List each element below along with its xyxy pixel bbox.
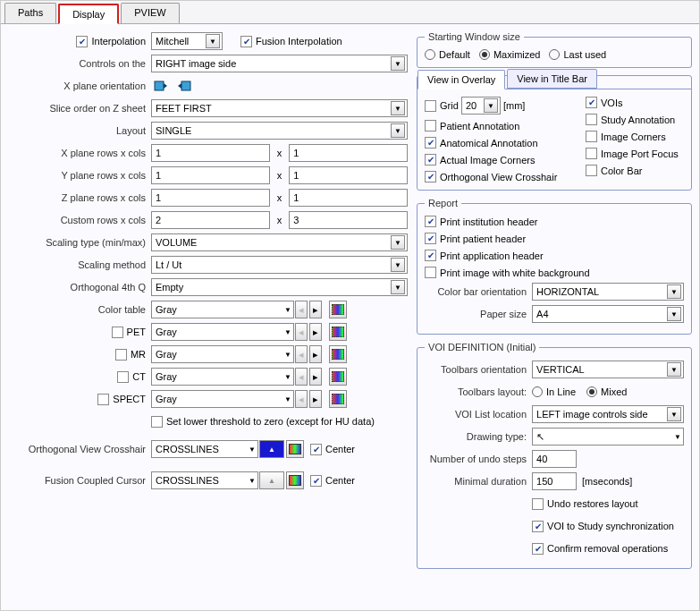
grid-value-select[interactable]: 20▼ xyxy=(461,97,501,115)
controls-on-select[interactable]: RIGHT image side▼ xyxy=(151,55,408,72)
undo-restores-checkbox[interactable] xyxy=(532,498,544,510)
grid-checkbox[interactable] xyxy=(425,100,436,112)
xplane-cols-input[interactable]: 1 xyxy=(289,144,408,162)
spect-prev-button[interactable]: ◂ xyxy=(295,390,308,408)
spect-checkbox[interactable] xyxy=(97,394,109,405)
toolbars-orient-select[interactable]: VERTICAL▼ xyxy=(532,361,684,378)
layout-select[interactable]: SINGLE▼ xyxy=(151,122,408,140)
ct-next-button[interactable]: ▸ xyxy=(309,368,322,386)
crosshair-palette-button[interactable] xyxy=(286,440,304,458)
ortho-4q-select[interactable]: Empty▼ xyxy=(151,278,408,296)
lower-threshold-label: Set lower threshold to zero (except for … xyxy=(166,416,375,427)
paper-size-select[interactable]: A4▼ xyxy=(532,305,684,323)
spect-palette-button[interactable] xyxy=(329,390,347,408)
mr-next-button[interactable]: ▸ xyxy=(309,345,322,363)
mr-palette-button[interactable] xyxy=(329,345,347,363)
colorbar-orient-select[interactable]: HORIZONTAL▼ xyxy=(532,283,684,301)
undo-steps-input[interactable] xyxy=(532,450,577,468)
ct-color-select[interactable]: Gray▼ xyxy=(151,368,294,386)
pet-checkbox[interactable] xyxy=(112,327,123,338)
ct-prev-button[interactable]: ◂ xyxy=(295,368,308,386)
scaling-type-select[interactable]: VOLUME▼ xyxy=(151,233,408,251)
pet-prev-button[interactable]: ◂ xyxy=(295,323,308,341)
slice-order-select[interactable]: FEET FIRST▼ xyxy=(151,99,408,117)
anatomical-annotation-checkbox[interactable] xyxy=(425,137,436,149)
fusion-palette-button[interactable] xyxy=(286,471,304,489)
image-corners-checkbox[interactable] xyxy=(586,131,597,142)
fusion-center-checkbox[interactable] xyxy=(310,475,322,487)
lower-threshold-checkbox[interactable] xyxy=(151,416,163,428)
drawing-type-select[interactable]: ↖▼ xyxy=(532,428,684,446)
port-focus-checkbox[interactable] xyxy=(586,148,597,159)
vois-checkbox[interactable] xyxy=(586,97,597,108)
tab-view-titlebar[interactable]: View in Title Bar xyxy=(507,69,597,89)
zplane-cols-input[interactable]: 1 xyxy=(289,189,408,207)
voi-list-location-select[interactable]: LEFT image controls side▼ xyxy=(532,405,684,423)
chevron-down-icon: ▼ xyxy=(249,477,256,485)
prev-color-button[interactable]: ◂ xyxy=(295,301,308,318)
xplane-rows-input[interactable]: 1 xyxy=(151,144,270,162)
orientation-left-icon[interactable] xyxy=(151,76,171,96)
tab-display[interactable]: Display xyxy=(58,4,119,24)
pet-color-select[interactable]: Gray▼ xyxy=(151,323,294,341)
min-duration-input[interactable] xyxy=(532,472,577,490)
colorbar-checkbox[interactable] xyxy=(586,165,597,176)
confirm-removal-checkbox[interactable] xyxy=(532,543,544,555)
tab-pview[interactable]: PVIEW xyxy=(121,3,179,23)
mr-prev-button[interactable]: ◂ xyxy=(295,345,308,363)
tab-paths[interactable]: Paths xyxy=(4,3,56,23)
window-maximized-radio[interactable] xyxy=(479,49,490,60)
ortho-crosshair-label: Orthogonal View Crosshair xyxy=(8,444,151,454)
mr-color-select[interactable]: Gray▼ xyxy=(151,345,294,363)
starting-window-legend: Starting Window size xyxy=(425,31,524,42)
fusion-interpolation-checkbox[interactable] xyxy=(240,36,252,47)
layout-inline-radio[interactable] xyxy=(532,386,543,397)
scaling-method-select[interactable]: Lt / Ut▼ xyxy=(151,256,408,274)
print-application-checkbox[interactable] xyxy=(425,250,436,261)
window-default-radio[interactable] xyxy=(425,49,435,60)
spect-next-button[interactable]: ▸ xyxy=(309,390,322,408)
crosshair-center-checkbox[interactable] xyxy=(310,444,322,455)
voi-sync-checkbox[interactable] xyxy=(532,521,544,532)
orientation-right-icon[interactable] xyxy=(174,76,194,96)
ortho-crosshair-overlay-checkbox[interactable] xyxy=(425,171,436,182)
pet-palette-button[interactable] xyxy=(329,323,347,341)
svg-marker-1 xyxy=(164,83,167,89)
interpolation-select[interactable]: Mitchell▼ xyxy=(151,32,223,50)
min-duration-label: Minimal duration xyxy=(425,476,532,487)
pet-next-button[interactable]: ▸ xyxy=(309,323,322,341)
color-palette-button[interactable] xyxy=(329,301,347,318)
custom-rows-input[interactable]: 2 xyxy=(151,211,270,229)
layout-mixed-radio[interactable] xyxy=(586,386,597,397)
print-institution-checkbox[interactable] xyxy=(425,216,436,227)
fusion-cursor-select[interactable]: CROSSLINES▼ xyxy=(151,471,258,489)
spect-color-select[interactable]: Gray▼ xyxy=(151,390,294,408)
tab-view-overlay[interactable]: View in Overlay xyxy=(417,70,505,89)
print-patient-checkbox[interactable] xyxy=(425,233,436,244)
chevron-down-icon: ▼ xyxy=(667,307,681,321)
ortho-crosshair-select[interactable]: CROSSLINES▼ xyxy=(151,440,258,458)
study-annotation-checkbox[interactable] xyxy=(586,114,597,125)
mr-checkbox[interactable] xyxy=(115,349,127,361)
ct-checkbox[interactable] xyxy=(117,371,129,383)
interpolation-checkbox[interactable] xyxy=(76,36,88,47)
window-lastused-radio[interactable] xyxy=(549,49,560,60)
print-white-bg-checkbox[interactable] xyxy=(425,267,436,278)
min-duration-unit: [mseconds] xyxy=(577,476,632,487)
next-color-button[interactable]: ▸ xyxy=(309,301,322,318)
ct-palette-button[interactable] xyxy=(329,368,347,386)
yplane-cols-input[interactable]: 1 xyxy=(289,166,408,184)
actual-corners-checkbox[interactable] xyxy=(425,154,436,165)
chevron-down-icon: ▼ xyxy=(284,373,291,381)
crosshair-color-button[interactable]: ▲ xyxy=(259,440,284,458)
yplane-rows-input[interactable]: 1 xyxy=(151,166,270,184)
spect-label: SPECT xyxy=(113,394,146,404)
chevron-down-icon: ▼ xyxy=(667,284,681,299)
color-table-select[interactable]: Gray▼ xyxy=(151,301,294,318)
custom-cols-input[interactable]: 3 xyxy=(289,211,408,229)
zplane-rows-input[interactable]: 1 xyxy=(151,189,270,207)
chevron-down-icon: ▼ xyxy=(391,123,405,138)
patient-annotation-checkbox[interactable] xyxy=(425,120,436,132)
svg-marker-3 xyxy=(178,83,181,89)
fusion-color-button[interactable]: ▲ xyxy=(259,471,284,489)
